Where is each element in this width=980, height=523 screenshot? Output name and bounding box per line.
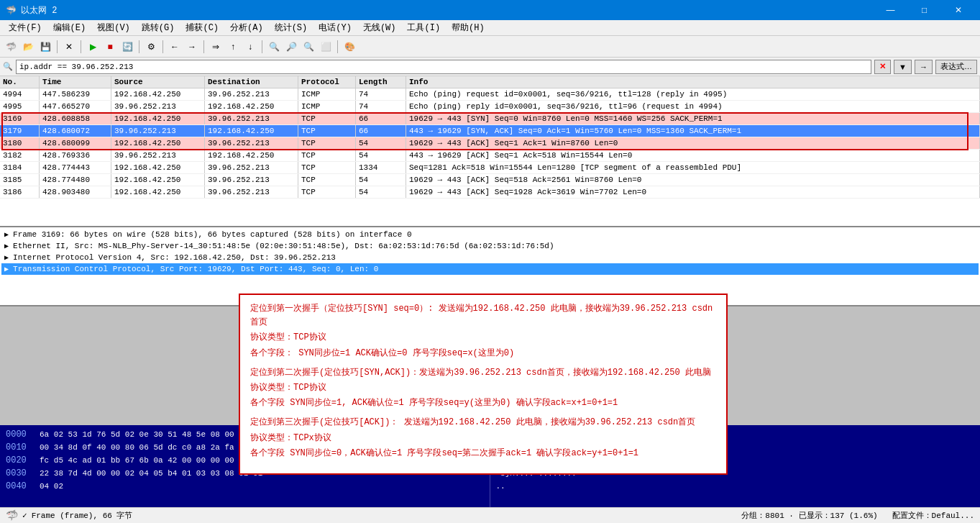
menu-item-1[interactable]: 编辑(E) bbox=[47, 20, 92, 35]
minimize-button[interactable]: — bbox=[874, 0, 907, 20]
new-capture-button[interactable]: 🦈 bbox=[3, 39, 19, 55]
filter-clear-button[interactable]: ✕ bbox=[874, 60, 891, 74]
expand-icon[interactable]: ▶ bbox=[4, 265, 9, 273]
cell-5: 66 bbox=[356, 113, 406, 124]
menu-item-0[interactable]: 文件(F) bbox=[3, 20, 47, 35]
zoom-in-button[interactable]: 🔎 bbox=[283, 39, 299, 55]
status-right: 分组：8801 · 已显示：137 (1.6%) 配置文件：Defaul... bbox=[741, 510, 974, 521]
packet-row-4995[interactable]: 4995447.66527039.96.252.213192.168.42.25… bbox=[0, 101, 980, 113]
menu-item-2[interactable]: 视图(V) bbox=[91, 20, 136, 35]
hex-offset-4: 0040 bbox=[6, 481, 31, 491]
find-button[interactable]: 🔍 bbox=[266, 39, 282, 55]
cell-6: Echo (ping) request id=0x0001, seq=36/92… bbox=[406, 88, 980, 100]
restart-capture-button[interactable]: 🔄 bbox=[119, 39, 135, 55]
scroll-top-button[interactable]: ↑ bbox=[225, 39, 241, 55]
menu-item-7[interactable]: 电话(Y) bbox=[313, 20, 357, 35]
detail-text: Internet Protocol Version 4, Src: 192.16… bbox=[13, 253, 336, 262]
cell-2: 192.168.42.250 bbox=[111, 186, 205, 198]
menu-item-9[interactable]: 工具(I) bbox=[401, 20, 446, 35]
packet-row-4994[interactable]: 4994447.586239192.168.42.25039.96.252.21… bbox=[0, 88, 980, 101]
menu-item-3[interactable]: 跳转(G) bbox=[136, 20, 180, 35]
hex-bytes-4: 04 02 bbox=[40, 482, 484, 491]
packet-row-3180[interactable]: 3180428.680099192.168.42.25039.96.252.21… bbox=[0, 137, 980, 150]
detail-text: Ethernet II, Src: MS-NLB_Phy-Server-14_3… bbox=[13, 242, 554, 250]
packet-row-3186[interactable]: 3186428.903480192.168.42.25039.96.252.21… bbox=[0, 186, 980, 199]
cell-0: 3179 bbox=[0, 125, 40, 137]
cell-2: 192.168.42.250 bbox=[111, 162, 205, 173]
capture-options-button[interactable]: ⚙ bbox=[143, 39, 159, 55]
go-button[interactable]: ⇒ bbox=[208, 39, 224, 55]
menu-item-6[interactable]: 统计(S) bbox=[269, 20, 313, 35]
hex-row-right-4: .. bbox=[496, 480, 975, 493]
packet-row-3169[interactable]: 3169428.608858192.168.42.25039.96.252.21… bbox=[0, 113, 980, 125]
close-capture-button[interactable]: ✕ bbox=[61, 39, 77, 55]
start-capture-button[interactable]: ▶ bbox=[85, 39, 101, 55]
stop-capture-button[interactable]: ■ bbox=[102, 39, 118, 55]
maximize-button[interactable]: □ bbox=[908, 0, 940, 20]
hex-offset-0: 0000 bbox=[6, 429, 31, 440]
zoom-out-button[interactable]: 🔍 bbox=[301, 39, 316, 55]
cell-4: TCP bbox=[298, 113, 356, 124]
detail-row[interactable]: ▶Transmission Control Protocol, Src Port… bbox=[1, 263, 979, 275]
status-ready-icon: ✓ bbox=[22, 511, 27, 520]
cell-4: TCP bbox=[298, 125, 356, 137]
title-bar-left: 🦈 以太网 2 bbox=[6, 4, 57, 17]
cell-3: 39.96.252.213 bbox=[205, 162, 298, 173]
window-title: 以太网 2 bbox=[21, 4, 57, 17]
cell-2: 192.168.42.250 bbox=[111, 174, 205, 186]
detail-row[interactable]: ▶Internet Protocol Version 4, Src: 192.1… bbox=[1, 252, 979, 263]
cell-6: Seq=1281 Ack=518 Win=15544 Len=1280 [TCP… bbox=[406, 162, 980, 173]
packet-row-3185[interactable]: 3185428.774480192.168.42.25039.96.252.21… bbox=[0, 174, 980, 186]
filter-apply-button[interactable]: → bbox=[915, 60, 933, 74]
filter-input[interactable] bbox=[16, 60, 871, 74]
title-bar: 🦈 以太网 2 — □ ✕ bbox=[0, 0, 980, 20]
annotation-section-2: 定位到第三次握手(定位技巧[ACK])： 发送端为192.168.42.250 … bbox=[250, 416, 716, 460]
cell-5: 54 bbox=[356, 174, 406, 186]
detail-row[interactable]: ▶Frame 3169: 66 bytes on wire (528 bits)… bbox=[1, 229, 979, 240]
app-icon: 🦈 bbox=[6, 5, 17, 16]
packet-row-3184[interactable]: 3184428.774443192.168.42.25039.96.252.21… bbox=[0, 162, 980, 174]
toolbar-separator-1 bbox=[57, 40, 58, 53]
cell-2: 39.96.252.213 bbox=[111, 125, 205, 137]
expression-button[interactable]: 表达式… bbox=[935, 60, 977, 74]
cell-5: 74 bbox=[356, 101, 406, 112]
cell-0: 3186 bbox=[0, 186, 40, 198]
forward-button[interactable]: → bbox=[184, 39, 200, 55]
menu-item-5[interactable]: 分析(A) bbox=[224, 20, 269, 35]
cell-4: ICMP bbox=[298, 101, 356, 112]
back-button[interactable]: ← bbox=[167, 39, 183, 55]
title-bar-controls: — □ ✕ bbox=[874, 0, 974, 20]
packet-list[interactable]: No. Time Source Destination Protocol Len… bbox=[0, 76, 980, 227]
annotation-section-0: 定位到第一次握手（定位技巧[SYN] seq=0）: 发送端为192.168.4… bbox=[250, 302, 716, 360]
cell-3: 39.96.252.213 bbox=[205, 88, 298, 100]
cell-1: 428.774480 bbox=[40, 174, 111, 186]
toolbar-separator-6 bbox=[262, 40, 262, 53]
filter-icon: 🔍 bbox=[3, 62, 13, 71]
scroll-bottom-button[interactable]: ↓ bbox=[242, 39, 258, 55]
save-button[interactable]: 💾 bbox=[37, 39, 53, 55]
close-button[interactable]: ✕ bbox=[942, 0, 974, 20]
annotation-line-0-1: 协议类型：TCP协议 bbox=[250, 331, 716, 345]
open-button[interactable]: 📂 bbox=[20, 39, 36, 55]
expand-icon[interactable]: ▶ bbox=[4, 253, 9, 262]
cell-2: 39.96.252.213 bbox=[111, 101, 205, 112]
cell-1: 428.608858 bbox=[40, 113, 111, 124]
packet-row-3179[interactable]: 3179428.68007239.96.252.213192.168.42.25… bbox=[0, 125, 980, 137]
filter-dropdown-button[interactable]: ▼ bbox=[894, 60, 912, 74]
frame-info: Frame (frame), 66 字节 bbox=[32, 510, 133, 521]
packet-row-3182[interactable]: 3182428.76933639.96.252.213192.168.42.25… bbox=[0, 150, 980, 162]
cell-5: 54 bbox=[356, 186, 406, 198]
colorize-button[interactable]: 🎨 bbox=[342, 39, 357, 55]
expand-icon[interactable]: ▶ bbox=[4, 242, 9, 250]
menu-item-8[interactable]: 无线(W) bbox=[357, 20, 402, 35]
annotation-line-2-0: 定位到第三次握手(定位技巧[ACK])： 发送端为192.168.42.250 … bbox=[250, 416, 716, 429]
cell-1: 428.769336 bbox=[40, 150, 111, 161]
detail-row[interactable]: ▶Ethernet II, Src: MS-NLB_Phy-Server-14_… bbox=[1, 240, 979, 252]
expand-icon[interactable]: ▶ bbox=[4, 230, 9, 239]
menu-item-4[interactable]: 捕获(C) bbox=[180, 20, 224, 35]
menu-item-10[interactable]: 帮助(H) bbox=[446, 20, 490, 35]
cell-5: 1334 bbox=[356, 162, 406, 173]
cell-0: 3184 bbox=[0, 162, 40, 173]
annotation-line-1-2: 各个字段 SYN同步位=1, ACK确认位=1 序号字段seq=y(这里为0) … bbox=[250, 396, 716, 410]
zoom-normal-button[interactable]: ⬜ bbox=[318, 39, 334, 55]
